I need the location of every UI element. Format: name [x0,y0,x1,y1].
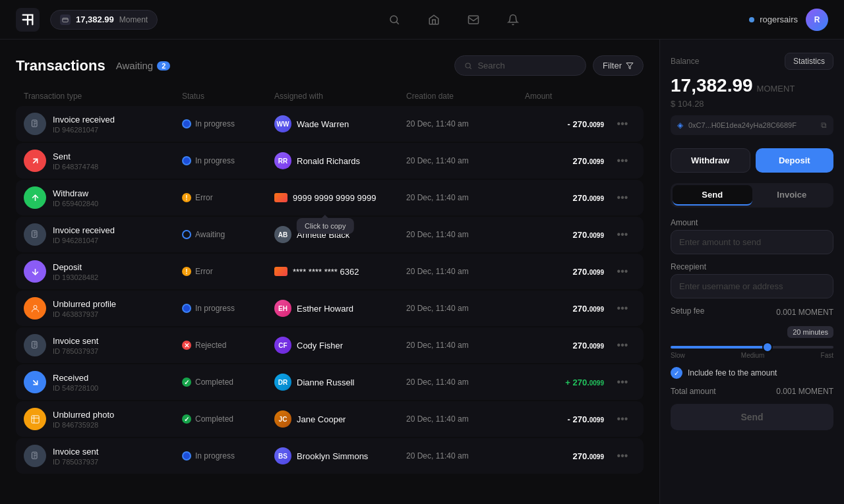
status-cell: In progress [182,156,274,165]
tab-send[interactable]: Send [673,185,752,206]
table-row[interactable]: Invoice sent ID 785037937 In progress BS… [16,438,644,474]
tx-info: Invoice sent ID 785037937 [53,336,98,355]
copy-icon[interactable]: ⧉ [821,121,827,130]
slider-slow: Slow [671,352,685,359]
date-cell: 20 Dec, 11:40 am [406,304,525,313]
tx-icon [24,297,46,320]
tx-icon [24,371,46,393]
tx-type-cell: Invoice sent ID 785037937 [24,445,182,467]
assigned-name: Jane Cooper [297,414,346,424]
total-amount-value: 0.001 MOMENT [776,387,833,396]
include-fee-row[interactable]: ✓ Include fee to the amount [671,367,833,379]
include-fee-checkbox[interactable]: ✓ [671,367,682,379]
home-icon[interactable] [423,9,444,30]
include-fee-label: Include fee to the amount [688,368,777,378]
table-row[interactable]: Invoice received ID 946281047 In progres… [16,106,644,142]
username: rogersairs [760,14,798,24]
send-form: Amount Recepient Setup fee 0.001 MOMENT … [671,218,833,430]
svg-rect-15 [31,415,38,422]
recipient-input[interactable] [671,274,833,298]
table-row[interactable]: Invoice sent ID 785037937 ✕ Rejected CF … [16,327,644,363]
tx-name: Withdraw [53,188,98,198]
table-row[interactable]: Deposit ID 193028482 ! Error **** **** *… [16,254,644,289]
status-cell: ✕ Rejected [182,341,274,350]
logo [16,8,40,32]
status-cell: In progress [182,451,274,461]
more-button[interactable]: ••• [609,447,636,464]
mail-icon[interactable] [463,9,484,30]
total-amount-label: Total amount [671,387,716,396]
tab-invoice[interactable]: Invoice [752,185,832,206]
status-label: Error [195,193,213,202]
svg-line-2 [396,22,398,24]
more-button[interactable]: ••• [609,115,636,132]
date-cell: 20 Dec, 11:40 am [406,119,525,128]
speed-slider[interactable] [671,346,833,349]
statistics-button[interactable]: Statistics [785,53,833,70]
assigned-avatar: CF [274,337,291,354]
awaiting-tab[interactable]: Awaiting 2 [116,60,171,71]
tx-icon [24,408,46,430]
balance-pill[interactable]: 17,382.99 Moment [50,10,158,30]
avatar[interactable]: R [806,9,828,31]
nav-center [384,9,524,30]
table-row[interactable]: Withdraw ID 659402840 ! Error 9999 9999 … [16,180,644,215]
tx-type-cell: Invoice sent ID 785037937 [24,334,182,356]
withdraw-button[interactable]: Withdraw [671,148,750,173]
svg-rect-3 [468,16,478,24]
panel-actions: Filter [454,55,644,76]
search-box[interactable] [454,55,586,76]
date-cell: 20 Dec, 11:40 am [406,341,525,350]
status-label: Rejected [195,341,226,350]
amount-cell: - 270.0099 [525,414,609,424]
assigned-name: Wade Warren [297,119,349,129]
status-label: Completed [195,378,233,387]
more-button[interactable]: ••• [609,152,636,169]
search-input[interactable] [477,61,576,70]
setup-fee-label: Setup fee [671,306,704,316]
assigned-name: 9999 9999 9999 9999 [293,193,377,203]
deposit-button[interactable]: Deposit [756,148,834,173]
tx-name: Unblurred profile [53,299,116,309]
svg-point-1 [390,16,398,23]
col-status: Status [182,92,274,101]
filter-button[interactable]: Filter [593,55,644,76]
amount-cell: 270.0099 [525,341,609,350]
more-button[interactable]: ••• [609,189,636,206]
assigned-name: Cody Fisher [297,341,343,350]
logo-icon [16,8,40,32]
tx-info: Invoice sent ID 785037937 [53,447,98,466]
search-box-icon [464,61,472,70]
total-row: Total amount 0.001 MOMENT [671,387,833,396]
more-button[interactable]: ••• [609,226,636,243]
search-icon[interactable] [384,9,405,30]
more-button[interactable]: ••• [609,410,636,428]
table-row[interactable]: Invoice received ID 946281047 Awaiting A… [16,217,644,252]
tx-id: ID 785037937 [53,458,98,466]
tx-type-cell: Deposit ID 193028482 [24,260,182,283]
card-chip [274,267,287,276]
svg-rect-0 [63,18,68,22]
send-button[interactable]: Send [671,404,833,430]
tx-info: Sent ID 648374748 [53,152,98,171]
table-row[interactable]: Unblurred photo ID 846735928 ✓ Completed… [16,401,644,437]
status-icon: ✕ [182,341,191,350]
more-button[interactable]: ••• [609,300,636,317]
tx-icon [24,223,46,246]
table-row[interactable]: Unblurred profile ID 463837937 In progre… [16,291,644,326]
more-button[interactable]: ••• [609,374,636,391]
amount-label: Amount [671,218,833,227]
more-button[interactable]: ••• [609,337,636,354]
table-row[interactable]: Sent ID 648374748 In progress RR Ronald … [16,143,644,179]
status-icon [182,451,191,461]
filter-label: Filter [603,61,622,70]
bell-icon[interactable] [502,9,524,30]
table-row[interactable]: Received ID 548728100 ✓ Completed DR Dia… [16,364,644,400]
wallet-address[interactable]: ◈ 0xC7...H0E1dea24yHa28C6689F ⧉ [671,115,833,135]
nav-left: 17,382.99 Moment [16,8,158,32]
more-button[interactable]: ••• [609,263,636,280]
assigned-name: **** **** **** 6362 [293,267,359,277]
status-icon: ✓ [182,378,191,387]
status-label: In progress [195,119,235,128]
amount-input[interactable] [671,230,833,254]
